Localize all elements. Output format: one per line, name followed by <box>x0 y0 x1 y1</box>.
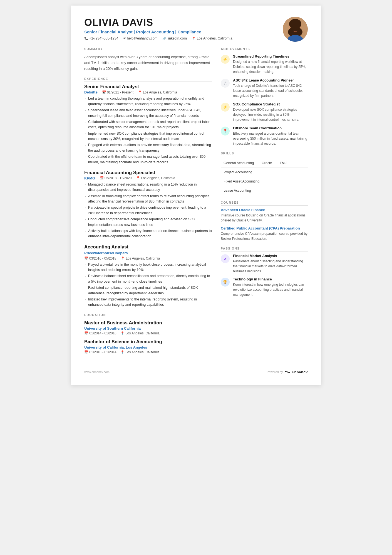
skill-lease-accounting: Lease Accounting <box>221 188 254 193</box>
candidate-subtitle: Senior Financial Analyst | Project Accou… <box>84 29 232 34</box>
bullet: Actively built relationships with key fi… <box>84 228 212 239</box>
location-icon-edu2: 📍 <box>120 350 125 354</box>
achievement-1: ⚡ Streamlined Reporting Timelines Design… <box>221 54 308 74</box>
skill-project-accounting: Project Accounting <box>221 169 255 175</box>
header-section: OLIVIA DAVIS Senior Financial Analyst | … <box>84 17 308 42</box>
bullet: Engaged with external auditors to provid… <box>84 142 212 153</box>
achievement-1-icon: ⚡ <box>221 55 230 64</box>
job-2-meta: KPMG 📅 06/2018 - 12/2020 📍 Los Angeles, … <box>84 176 212 180</box>
skill-row-2: Project Accounting <box>221 168 308 177</box>
job-1-title: Senior Financial Analyst <box>84 84 212 90</box>
job-1-meta: Deloitte 📅 01/2021 - Present 📍 Los Angel… <box>84 90 212 94</box>
skill-row-1: General Accounting Oracle TM-1 <box>221 159 308 168</box>
passion-2: 🏆 Technology in Finance Keen interest in… <box>221 277 308 297</box>
calendar-icon-edu2: 📅 <box>84 350 88 354</box>
bullet: Facilitated compliance reporting and mai… <box>84 285 212 296</box>
course-1: Advanced Oracle Finance Intensive course… <box>221 208 308 223</box>
edu-2-meta: 📅 01/2010 - 01/2014 📍 Los Angeles, Calif… <box>84 350 212 354</box>
bullet: Played a pivotal role in the monthly boo… <box>84 262 212 273</box>
main-content: SUMMARY Accomplished analyst with over 3… <box>84 47 308 358</box>
edu-1: Master of Business Administration Univer… <box>84 320 212 335</box>
footer-brand: Powered by Enhancv <box>267 370 308 374</box>
svg-point-9 <box>297 27 299 29</box>
job-2: Financial Accounting Specialist KPMG 📅 0… <box>84 170 212 239</box>
skills-grid: General Accounting Oracle TM-1 Project A… <box>221 159 308 195</box>
bullet: Led a team in conducting thorough analys… <box>84 96 212 107</box>
achievement-3-icon: ⚡ <box>221 103 230 112</box>
job-3-title: Accounting Analyst <box>84 244 212 250</box>
calendar-icon: 📅 <box>102 90 106 94</box>
job-1-company: Deloitte <box>84 90 98 94</box>
edu-1-degree: Master of Business Administration <box>84 320 212 326</box>
job-3: Accounting Analyst PricewaterhouseCooper… <box>84 244 212 308</box>
achievement-4-title: Offshore Team Coordination <box>233 126 308 130</box>
achievement-4: 📍 Offshore Team Coordination Effectively… <box>221 126 308 146</box>
location-icon-job2: 📍 <box>136 176 140 180</box>
calendar-icon-edu1: 📅 <box>84 331 88 335</box>
summary-text: Accomplished analyst with over 3 years o… <box>84 54 212 71</box>
powered-by-text: Powered by <box>267 370 283 374</box>
skills-title: SKILLS <box>221 152 308 156</box>
edu-1-school: University of Southern California <box>84 326 212 330</box>
bullet: Conducted comprehensive compliance repor… <box>84 217 212 228</box>
course-1-desc: Intensive course focusing on Oracle fina… <box>221 213 308 223</box>
achievement-4-desc: Effectively managed a cross-continental … <box>233 131 308 146</box>
skill-oracle: Oracle <box>259 160 275 166</box>
job-1-date: 📅 01/2021 - Present <box>102 90 133 94</box>
achievement-4-icon: 📍 <box>221 127 230 135</box>
edu-2-school: University of California, Los Angeles <box>84 345 212 349</box>
bullet: Assisted in translating complex contract… <box>84 194 212 204</box>
education-title: EDUCATION <box>84 313 212 318</box>
achievement-2: ☆ ASC 842 Lease Accounting Pioneer Took … <box>221 78 308 98</box>
location-icon-job3: 📍 <box>121 256 125 260</box>
location-icon: 📍 <box>192 37 196 40</box>
contact-info: 📞 +1-(234)-555-1234 ✉ help@enhancv.com 🔗… <box>84 36 232 40</box>
email-icon: ✉ <box>123 37 126 40</box>
location-icon-edu1: 📍 <box>120 331 125 335</box>
achievement-2-desc: Took charge of Deloitte's transition to … <box>233 83 308 98</box>
job-2-bullets: Managed balance sheet reconciliations, r… <box>84 182 212 239</box>
passion-1-desc: Passionate about dissecting and understa… <box>233 259 308 274</box>
job-3-company: PricewaterhouseCoopers <box>84 251 128 255</box>
job-1-bullets: Led a team in conducting thorough analys… <box>84 96 212 165</box>
achievement-3-title: SOX Compliance Strategist <box>233 102 308 106</box>
footer: www.enhancv.com Powered by Enhancv <box>84 367 308 374</box>
skill-fixed-asset: Fixed Asset Accounting <box>221 179 262 184</box>
job-2-company: KPMG <box>84 176 95 180</box>
passion-1-icon: ✗ <box>221 254 230 263</box>
skill-general-accounting: General Accounting <box>221 160 257 166</box>
course-1-title: Advanced Oracle Finance <box>221 208 308 212</box>
enhancv-logo: Enhancv <box>284 370 308 374</box>
bullet: Reviewed balance sheet reconciliations a… <box>84 273 212 284</box>
achievement-1-title: Streamlined Reporting Timelines <box>233 54 308 58</box>
achievement-3-desc: Developed new SOX compliance strategies … <box>233 107 308 122</box>
passion-1: ✗ Financial Market Analysis Passionate a… <box>221 254 308 274</box>
courses-title: COURSES <box>221 201 308 206</box>
avatar <box>283 17 308 42</box>
bullet: Coordinated with the offshore team to ma… <box>84 154 212 165</box>
passion-2-icon: 🏆 <box>221 278 230 287</box>
right-column: ACHIEVEMENTS ⚡ Streamlined Reporting Tim… <box>221 47 308 358</box>
job-3-meta: 📅 03/2016 - 05/2018 📍 Los Angeles, Calif… <box>84 256 212 260</box>
bullet: Participated in special projects to driv… <box>84 205 212 216</box>
achievement-2-title: ASC 842 Lease Accounting Pioneer <box>233 78 308 82</box>
edu-2: Bachelor of Science in Accounting Univer… <box>84 339 212 354</box>
contact-linkedin: 🔗 linkedin.com <box>162 36 187 40</box>
achievement-3: ⚡ SOX Compliance Strategist Developed ne… <box>221 102 308 122</box>
footer-website: www.enhancv.com <box>84 370 110 374</box>
linkedin-icon: 🔗 <box>162 37 166 40</box>
achievement-2-icon: ☆ <box>221 79 230 88</box>
summary-title: SUMMARY <box>84 47 212 52</box>
header-left: OLIVIA DAVIS Senior Financial Analyst | … <box>84 17 232 40</box>
contact-email: ✉ help@enhancv.com <box>123 36 158 40</box>
edu-2-degree: Bachelor of Science in Accounting <box>84 339 212 345</box>
left-column: SUMMARY Accomplished analyst with over 3… <box>84 47 212 358</box>
course-2-title: Certified Public Accountant (CPA) Prepar… <box>221 226 308 230</box>
job-1: Senior Financial Analyst Deloitte 📅 01/2… <box>84 84 212 165</box>
contact-phone: 📞 +1-(234)-555-1234 <box>84 36 118 40</box>
course-2: Certified Public Accountant (CPA) Prepar… <box>221 226 308 241</box>
experience-title: EXPERIENCE <box>84 77 212 82</box>
location-icon-job1: 📍 <box>138 90 142 94</box>
calendar-icon: 📅 <box>100 176 104 180</box>
calendar-icon: 📅 <box>84 256 88 260</box>
